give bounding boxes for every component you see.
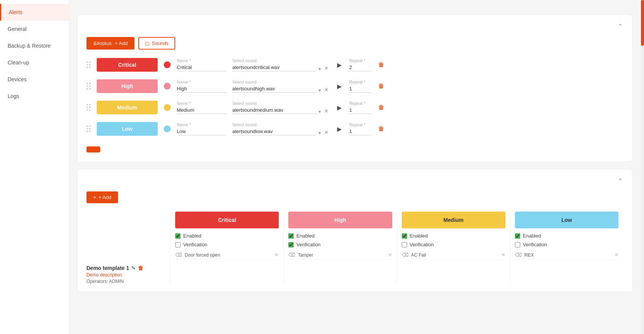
name-field-group-medium: Name * — [177, 101, 226, 114]
enabled-cb-critical-0[interactable] — [175, 233, 181, 239]
sidebar-item-cleanup[interactable]: Clean-up — [0, 54, 69, 71]
remove-item-btn-critical-0-0[interactable]: ✕ — [275, 252, 279, 258]
alert-template-label-col: Demo template 1 ✎ 🗑 Demo description Ope… — [86, 212, 170, 284]
drag-handle-medium[interactable] — [86, 104, 91, 111]
drag-handle-critical[interactable] — [86, 61, 91, 68]
drag-handle-low[interactable] — [86, 125, 91, 132]
delete-priority-critical[interactable]: 🗑 — [378, 61, 384, 68]
remove-item-btn-medium-0-0[interactable]: ✕ — [501, 252, 505, 258]
sound-select-group-low: alertsoundlow.wav ▼ ✕ — [232, 128, 329, 135]
name-input-high[interactable] — [177, 85, 226, 93]
sound-select-high[interactable]: alertsoundhigh.wav — [232, 85, 316, 93]
edit-template-icon-0[interactable]: ✎ — [131, 265, 136, 271]
repeat-input-high[interactable] — [349, 85, 372, 93]
name-input-critical[interactable] — [177, 64, 226, 71]
repeat-input-critical[interactable] — [349, 64, 372, 71]
priority-dot-high — [164, 83, 171, 90]
verification-cb-high-0[interactable] — [288, 242, 294, 247]
alert-data-col-header-medium: Medium — [402, 212, 505, 228]
priority-badge-high: High — [97, 79, 158, 93]
name-input-medium[interactable] — [177, 106, 226, 114]
sounds-icon: ◻ — [145, 40, 149, 46]
delete-priority-low[interactable]: 🗑 — [378, 125, 384, 132]
template-ops-0: Operators: ADMIN — [86, 279, 170, 284]
enabled-cb-low-0[interactable] — [515, 233, 520, 239]
clear-sound-low[interactable]: ✕ — [323, 129, 329, 135]
repeat-input-low[interactable] — [349, 128, 372, 135]
sound-field-group-low: Select sound alertsoundlow.wav ▼ ✕ — [232, 122, 329, 135]
sound-select-group-medium: alertsoundmedium.wav ▼ ✕ — [232, 106, 329, 114]
name-field-group-high: Name * — [177, 80, 226, 93]
name-field-group-low: Name * — [177, 122, 226, 135]
delete-priority-medium[interactable]: 🗑 — [378, 104, 384, 111]
priority-dot-medium — [164, 104, 171, 111]
priority-row-high: High Name * Select sound alertsoundhigh.… — [86, 79, 623, 97]
enabled-cb-medium-0[interactable] — [402, 233, 407, 239]
alerts-card-header: ⌃ — [86, 177, 623, 185]
name-input-low[interactable] — [177, 128, 226, 135]
verification-cb-critical-0[interactable] — [175, 242, 181, 247]
save-button[interactable] — [86, 146, 100, 153]
select-arrow-critical[interactable]: ▼ — [318, 67, 322, 71]
drag-handle-high[interactable] — [86, 83, 91, 90]
sidebar-item-logs[interactable]: Logs — [0, 88, 69, 104]
enabled-row-medium-0: Enabled — [402, 233, 505, 239]
alerts-card: ⌃ + + Add Demo template 1 ✎ 🗑 Demo descr… — [77, 169, 633, 292]
remove-item-btn-high-0-0[interactable]: ✕ — [388, 252, 392, 258]
repeat-label-medium: Repeat * — [349, 101, 372, 106]
sound-select-medium[interactable]: alertsoundmedium.wav — [232, 106, 316, 114]
alert-item-row-critical-0-0: ⌫ Door forced open ✕ — [175, 250, 279, 260]
play-btn-critical[interactable]: ▶ — [336, 61, 343, 69]
template-info-0: Demo template 1 ✎ 🗑 Demo description Ope… — [86, 234, 170, 284]
play-btn-low[interactable]: ▶ — [336, 125, 343, 133]
select-arrow-medium[interactable]: ▼ — [318, 109, 322, 114]
repeat-input-medium[interactable] — [349, 106, 372, 114]
alert-data-col-header-critical: Critical — [175, 212, 279, 228]
priority-badge-critical: Critical — [97, 58, 158, 72]
alerts-toolbar: + + Add — [86, 191, 623, 203]
add-alert-button[interactable]: + + Add — [86, 191, 118, 203]
alerts-table: Demo template 1 ✎ 🗑 Demo description Ope… — [86, 212, 623, 284]
clear-sound-critical[interactable]: ✕ — [323, 65, 329, 71]
add-priority-button[interactable]: &#oplus; + Add — [86, 37, 134, 50]
verification-cb-low-0[interactable] — [515, 242, 520, 247]
verification-row-medium-0: Verification — [402, 242, 505, 247]
select-arrow-low[interactable]: ▼ — [318, 131, 322, 135]
play-btn-medium[interactable]: ▶ — [336, 104, 343, 111]
priorities-card: ⌃ &#oplus; + Add ◻ Sounds Critical Name … — [77, 14, 633, 162]
sound-select-low[interactable]: alertsoundlow.wav — [232, 128, 316, 135]
clear-sound-medium[interactable]: ✕ — [323, 108, 329, 114]
priorities-toolbar: &#oplus; + Add ◻ Sounds — [86, 37, 623, 50]
enabled-row-critical-0: Enabled — [175, 233, 279, 239]
sidebar-item-backup[interactable]: Backup & Restore — [0, 37, 69, 54]
priorities-collapse-btn[interactable]: ⌃ — [617, 22, 623, 31]
sound-label-medium: Select sound — [232, 101, 329, 106]
enabled-row-high-0: Enabled — [288, 233, 392, 239]
enabled-cb-high-0[interactable] — [288, 233, 294, 239]
priority-row-medium: Medium Name * Select sound alertsoundmed… — [86, 101, 623, 118]
repeat-field-group-critical: Repeat * — [349, 58, 372, 71]
item-icon-critical-0-0: ⌫ — [175, 252, 182, 258]
sounds-button[interactable]: ◻ Sounds — [138, 37, 175, 50]
sound-select-critical[interactable]: alertsoundcritical.wav — [232, 64, 316, 71]
priority-row-critical: Critical Name * Select sound alertsoundc… — [86, 58, 623, 75]
verification-cb-medium-0[interactable] — [402, 242, 407, 247]
delete-template-icon-0[interactable]: 🗑 — [138, 265, 143, 271]
delete-priority-high[interactable]: 🗑 — [378, 83, 384, 90]
verification-row-high-0: Verification — [288, 242, 392, 247]
scrollbar-track[interactable] — [641, 0, 644, 334]
sidebar-item-devices[interactable]: Devices — [0, 71, 69, 88]
sidebar-item-general[interactable]: General — [0, 21, 69, 37]
verification-row-critical-0: Verification — [175, 242, 279, 247]
alert-data-col-low: Low Enabled Verification — [510, 212, 623, 284]
name-label-medium: Name * — [177, 101, 226, 106]
scrollbar-thumb[interactable] — [641, 0, 644, 46]
remove-item-btn-low-0-0[interactable]: ✕ — [614, 252, 618, 258]
select-arrow-high[interactable]: ▼ — [318, 88, 322, 93]
repeat-field-group-high: Repeat * — [349, 80, 372, 93]
play-btn-high[interactable]: ▶ — [336, 83, 343, 90]
sidebar-item-alerts[interactable]: Alerts — [0, 4, 69, 21]
clear-sound-high[interactable]: ✕ — [323, 87, 329, 93]
alerts-collapse-btn[interactable]: ⌃ — [617, 177, 623, 185]
repeat-label-low: Repeat * — [349, 122, 372, 127]
